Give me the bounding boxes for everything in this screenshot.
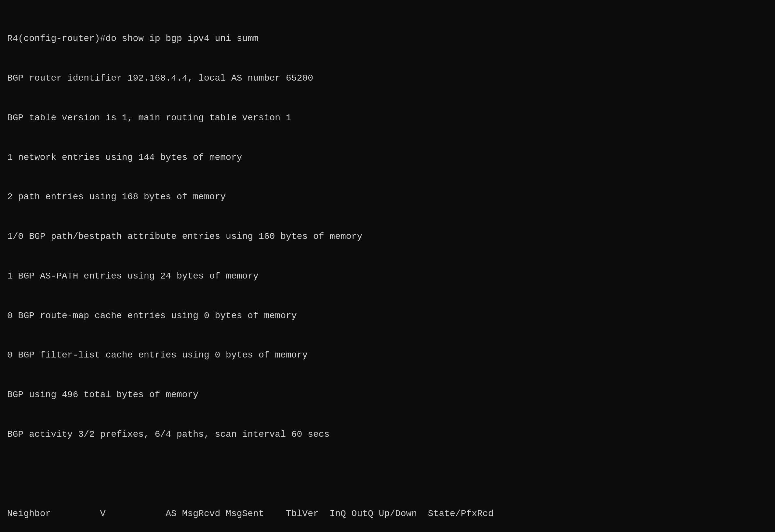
output-line-10: BGP activity 3/2 prefixes, 6/4 paths, sc… bbox=[7, 428, 768, 441]
output-line-1: BGP router identifier 192.168.4.4, local… bbox=[7, 72, 768, 85]
neighbor-header: Neighbor V AS MsgRcvd MsgSent TblVer InQ… bbox=[7, 507, 768, 521]
output-line-4: 2 path entries using 168 bytes of memory bbox=[7, 190, 768, 204]
command-line-1: R4(config-router)#do show ip bgp ipv4 un… bbox=[7, 32, 768, 45]
output-line-7: 0 BGP route-map cache entries using 0 by… bbox=[7, 309, 768, 323]
output-line-2: BGP table version is 1, main routing tab… bbox=[7, 111, 768, 125]
output-line-9: BGP using 496 total bytes of memory bbox=[7, 388, 768, 402]
output-line-5: 1/0 BGP path/bestpath attribute entries … bbox=[7, 230, 768, 243]
output-line-3: 1 network entries using 144 bytes of mem… bbox=[7, 151, 768, 164]
terminal-window: R4(config-router)#do show ip bgp ipv4 un… bbox=[7, 6, 768, 532]
output-line-6: 1 BGP AS-PATH entries using 24 bytes of … bbox=[7, 270, 768, 283]
output-line-8: 0 BGP filter-list cache entries using 0 … bbox=[7, 349, 768, 362]
blank-line-1 bbox=[7, 468, 768, 481]
